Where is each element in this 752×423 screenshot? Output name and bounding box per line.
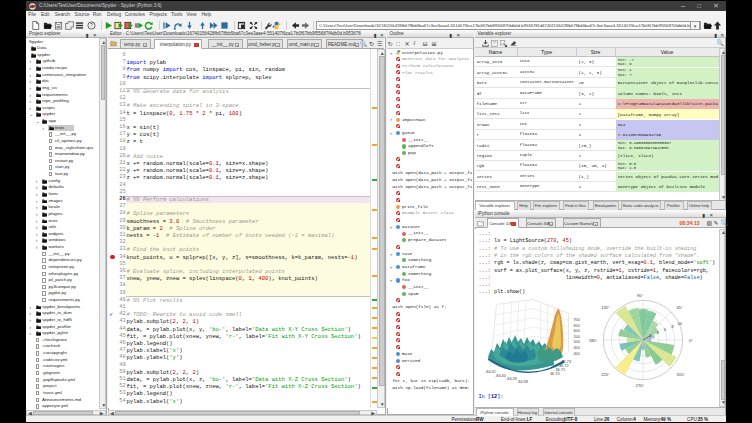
svg-text:600: 600 [573,329,579,333]
svg-text:4: 4 [656,330,658,334]
svg-text:225°: 225° [601,371,610,376]
svg-text:?: ? [90,22,93,28]
svg-text:-84.39: -84.39 [506,377,517,381]
svg-text:-84.40: -84.40 [495,373,506,377]
svg-text:45°: 45° [676,304,682,309]
svg-text:10: 10 [677,321,681,325]
svg-text:8: 8 [671,324,673,328]
svg-text:135°: 135° [601,304,610,309]
svg-text:6: 6 [664,327,666,331]
svg-text:400: 400 [573,351,579,355]
svg-text:90°: 90° [636,292,642,297]
svg-text:650: 650 [573,323,579,327]
svg-text:-84.38: -84.38 [517,380,528,384]
svg-text:315°: 315° [676,371,685,376]
svg-text:550: 550 [573,334,579,338]
svg-text:450: 450 [573,346,579,350]
svg-text:500: 500 [573,340,579,344]
svg-text:700: 700 [573,318,579,322]
svg-text:36.70: 36.70 [550,371,560,375]
svg-text:180°: 180° [588,337,597,342]
svg-text:270°: 270° [635,383,644,388]
svg-text:0°: 0° [689,337,693,342]
